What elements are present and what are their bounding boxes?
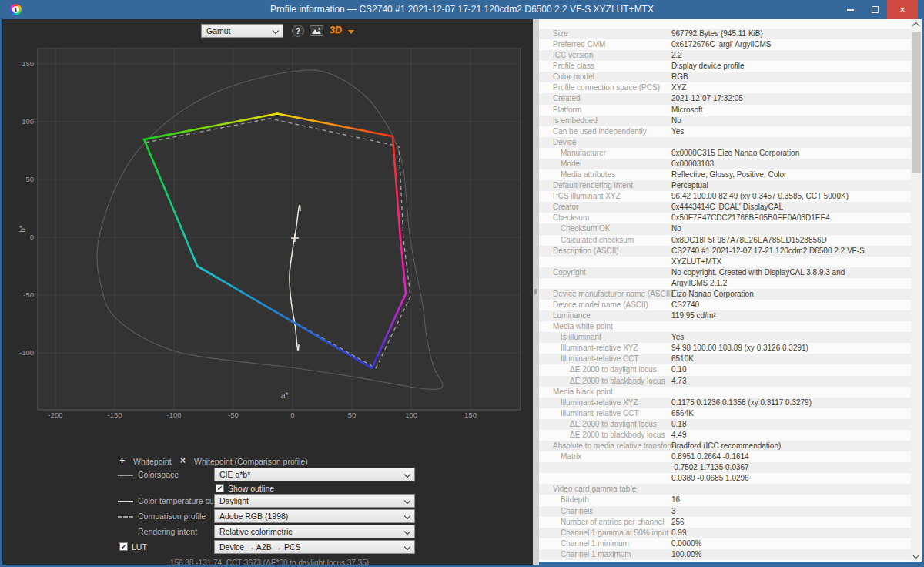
profile-info-row: ΔE 2000 to daylight locus0.18 xyxy=(539,419,911,431)
info-value: 16 xyxy=(671,495,680,504)
gamut-plot[interactable]: -200-150-100-50050100150150100500-50-100… xyxy=(2,19,533,439)
profile-info-row: Bitdepth16 xyxy=(539,495,911,506)
rendering-intent-value: Relative colorimetric xyxy=(219,527,293,536)
profile-info-row: Created2021-12-07 17:32:05 xyxy=(539,93,911,105)
info-value: No copyright. Created with DisplayCAL 3.… xyxy=(671,268,845,277)
profile-info-row: Profile classDisplay device profile xyxy=(539,61,911,72)
gamut-plot-panel: Gamut ? 3D -200-150-100-5005010015015010… xyxy=(2,19,533,565)
info-value: ArgyllCMS 2.1.2 xyxy=(671,279,727,287)
colorspace-select[interactable]: CIE a*b* xyxy=(214,468,415,481)
info-value: 0x00003103 xyxy=(671,159,714,168)
info-label: Illuminant-relative CCT xyxy=(561,354,639,363)
svg-text:-100: -100 xyxy=(166,411,181,419)
info-label: Illuminant-relative CCT xyxy=(561,409,639,418)
profile-info-row: Channel 1 maximum100.00% xyxy=(539,549,911,561)
info-label: ΔE 2000 to blackbody locus xyxy=(570,431,665,439)
info-label: Model xyxy=(561,159,581,168)
svg-text:a*: a* xyxy=(281,391,289,400)
colorspace-line-sample xyxy=(118,475,133,476)
info-label: Default rendering intent xyxy=(553,181,633,190)
scroll-up-icon[interactable] xyxy=(912,22,920,30)
info-label: Is embedded xyxy=(553,116,598,125)
info-value: 0x4443414C 'DCAL' DisplayCAL xyxy=(671,203,783,211)
profile-info-row: Media attributesReflective, Glossy, Posi… xyxy=(539,169,911,181)
profile-info-row: Number of entries per channel256 xyxy=(539,517,911,528)
profile-info-row: PlatformMicrosoft xyxy=(539,105,911,116)
profile-info-row: Luminance119.95 cd/m² xyxy=(539,310,911,322)
info-label: Video card gamma table xyxy=(553,485,636,493)
maximize-button[interactable] xyxy=(862,0,887,19)
svg-text:b*: b* xyxy=(18,225,27,233)
panel-splitter[interactable] xyxy=(533,19,539,565)
info-value: Perceptual xyxy=(671,181,708,190)
show-outline-checkbox[interactable]: ✔ xyxy=(216,484,224,492)
title-bar[interactable]: i Profile information — CS2740 #1 2021-1… xyxy=(0,0,924,19)
profile-info-row: Checksum0x50F7E47CDC21768BE05B0EE0A03D1E… xyxy=(539,213,911,224)
info-value: -0.7502 1.7135 0.0367 xyxy=(671,463,749,471)
info-label: Media attributes xyxy=(561,170,615,179)
rendering-intent-select[interactable]: Relative colorimetric xyxy=(214,525,415,538)
svg-text:100: 100 xyxy=(22,117,34,126)
info-value: 0.18 xyxy=(671,420,686,428)
lut-checkbox[interactable]: ✔ xyxy=(119,542,128,551)
info-label: Creator xyxy=(553,203,578,211)
info-label: Created xyxy=(553,94,581,102)
legend-whitepoint-label: Whitepoint xyxy=(133,457,172,466)
info-value: 6510K xyxy=(671,354,694,363)
info-label: Channel 1 minimum xyxy=(561,539,629,548)
svg-text:0: 0 xyxy=(290,411,294,419)
info-label: Manufacturer xyxy=(561,149,606,157)
minimize-button[interactable] xyxy=(838,0,862,19)
info-value: Yes xyxy=(671,333,684,341)
lut-select[interactable]: Device → A2B → PCS xyxy=(214,540,415,554)
profile-info-row: Calculated checksum0x8DC18F5F987A78E26EA… xyxy=(539,235,911,247)
info-label: Is illuminant xyxy=(561,333,601,341)
color-temp-label: Color temperature curve xyxy=(138,496,225,505)
profile-info-row: Manufacturer0x0000C315 Eizo Nanao Corpor… xyxy=(539,148,911,159)
info-value: 4.49 xyxy=(671,431,686,439)
info-label: Channels xyxy=(561,507,593,515)
svg-text:-150: -150 xyxy=(107,411,122,419)
info-label: Device model name (ASCII) xyxy=(553,300,648,309)
profile-info-row: PCS illuminant XYZ96.42 100.00 82.49 (xy… xyxy=(539,191,911,203)
profile-info-row: Checksum OKNo xyxy=(539,223,911,235)
info-value: 119.95 cd/m² xyxy=(671,311,716,320)
info-label: Channel 1 maximum xyxy=(561,550,631,559)
info-value: 256 @ 8 Bit xyxy=(671,561,711,562)
profile-info-row: Absolute to media relative transformBrad… xyxy=(539,441,911,452)
color-temp-select[interactable]: Daylight xyxy=(214,494,415,508)
profile-info-row: CopyrightNo copyright. Created with Disp… xyxy=(539,267,911,279)
info-value: 100.00% xyxy=(671,550,701,559)
profile-info-row: XYZLUT+MTX xyxy=(539,257,911,268)
info-label: Device manufacturer name (ASCII) xyxy=(553,290,673,298)
profile-info-row: ICC version2.2 xyxy=(539,50,911,62)
rendering-intent-label: Rendering intent xyxy=(138,527,197,536)
profile-info-row: Is illuminantYes xyxy=(539,332,911,344)
profile-info-row: Size967792 Bytes (945.11 KiB) xyxy=(539,29,911,40)
info-label: Copyright xyxy=(553,268,586,277)
info-value: 0x50F7E47CDC21768BE05B0EE0A03D1EE4 xyxy=(671,213,830,222)
chevron-down-icon xyxy=(404,528,410,535)
info-label: Absolute to media relative transform xyxy=(553,441,676,450)
info-label: Device xyxy=(553,138,577,146)
info-label: Media black point xyxy=(553,388,613,396)
scrollbar-thumb[interactable] xyxy=(912,32,921,173)
svg-text:-50: -50 xyxy=(23,290,34,299)
comparison-profile-select[interactable]: Adobe RGB (1998) xyxy=(214,509,415,523)
info-value: Bradford (ICC recommendation) xyxy=(671,441,781,450)
profile-info-row: ΔE 2000 to daylight locus0.10 xyxy=(539,364,911,376)
profile-info-row: Can be used independentlyYes xyxy=(539,126,911,138)
splitter-grip-icon xyxy=(534,289,537,294)
info-label: ΔE 2000 to blackbody locus xyxy=(570,377,665,385)
profile-info-row: Device xyxy=(539,137,911,149)
profile-info-row: Device model name (ASCII)CS2740 xyxy=(539,300,911,311)
info-value: XYZ xyxy=(671,83,686,92)
profile-info-row: Preferred CMM0x6172676C 'argl' ArgyllCMS xyxy=(539,39,911,51)
color-temp-line-sample xyxy=(118,501,133,502)
vertical-scrollbar[interactable] xyxy=(911,19,922,562)
close-button[interactable]: × xyxy=(887,0,918,19)
info-label: Size xyxy=(553,29,567,38)
scroll-down-icon[interactable] xyxy=(912,552,920,559)
info-value: 96.42 100.00 82.49 (xy 0.3457 0.3585, CC… xyxy=(671,192,849,200)
info-value: 256 xyxy=(671,518,685,526)
